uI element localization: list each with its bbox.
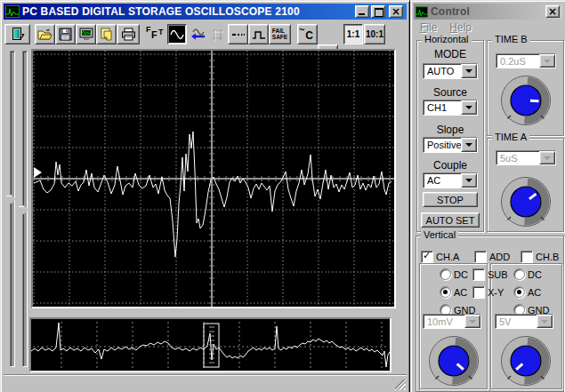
- time-b-group: TIME B 0.2uS: [487, 40, 564, 136]
- zoom-waveform: [31, 319, 390, 371]
- stop-button[interactable]: STOP: [423, 192, 478, 207]
- ch-a-checkbox[interactable]: ✓: [421, 251, 433, 263]
- ch-a-range-select[interactable]: 10mV: [423, 314, 481, 329]
- close-button[interactable]: ×: [389, 5, 403, 18]
- dotted-line-icon: [231, 29, 246, 40]
- auto-set-button[interactable]: AUTO SET: [421, 212, 480, 228]
- capture-screen-icon: [79, 28, 93, 41]
- menu-file[interactable]: File: [420, 21, 437, 34]
- source-label: Source: [417, 86, 483, 99]
- ratio-1-1-button[interactable]: 1:1: [343, 24, 363, 44]
- control-window-title: Control: [431, 5, 470, 18]
- vertical-group-label: Vertical: [421, 229, 458, 240]
- sine-display-icon: [170, 28, 184, 41]
- xy-checkbox[interactable]: ✓: [472, 286, 485, 299]
- control-app-icon: [416, 6, 428, 18]
- time-b-knob[interactable]: [500, 75, 552, 126]
- dropdown-arrow-icon[interactable]: [461, 64, 477, 78]
- ch-b-label: CH.B: [536, 252, 559, 262]
- status-bar: [4, 374, 407, 391]
- vertical-position-slider-track-1[interactable]: [10, 51, 15, 367]
- add-label: ADD: [489, 252, 510, 262]
- couple-select[interactable]: AC: [423, 172, 478, 188]
- print-icon: [121, 28, 136, 41]
- fail-safe-button[interactable]: FAIL SAFE: [269, 24, 291, 44]
- couple-label: Couple: [417, 159, 483, 172]
- capture-button[interactable]: [76, 24, 96, 44]
- ch-a-dc-label: DC: [454, 269, 468, 280]
- ch-b-dc-radio[interactable]: [513, 268, 525, 280]
- fft-icon: F F T: [145, 27, 165, 43]
- mode-select[interactable]: AUTO: [423, 63, 478, 79]
- menu-bar: File Help: [415, 20, 562, 35]
- fft-button[interactable]: F F T: [143, 24, 166, 44]
- vertical-group: Vertical ✓ CH.A ✓ ADD ✓ CH.B DC AC GND ✓…: [416, 236, 564, 392]
- horizontal-group: Horizontal MODE AUTO Source CH1 Slope Po…: [416, 40, 484, 232]
- dotted-line-button[interactable]: [228, 24, 248, 44]
- control-window: Control × File Help Horizontal MODE AUTO…: [410, 0, 565, 392]
- arrow-sine-icon: [190, 28, 206, 41]
- persistence-button[interactable]: [188, 24, 207, 44]
- ch-b-dc-label: DC: [528, 269, 542, 280]
- ch-a-dc-radio[interactable]: [440, 268, 451, 280]
- dropdown-arrow-icon[interactable]: [461, 173, 477, 188]
- resize-grip[interactable]: [395, 380, 406, 390]
- ch-a-gain-knob[interactable]: [428, 335, 480, 387]
- scope-display: [31, 49, 396, 308]
- save-floppy-icon: [59, 28, 72, 41]
- slope-select[interactable]: Positive: [423, 137, 478, 153]
- dropdown-arrow-icon: [464, 315, 480, 328]
- ch-b-ac-radio[interactable]: [513, 286, 525, 298]
- sub-label: SUB: [488, 269, 508, 280]
- minimize-button[interactable]: [355, 5, 369, 18]
- add-checkbox[interactable]: ✓: [474, 251, 487, 263]
- maximize-button[interactable]: [371, 5, 385, 18]
- main-titlebar[interactable]: PC BASED DIGITAL STORAGE OSCILLOSCOPE 21…: [4, 4, 407, 20]
- notes-button[interactable]: [96, 24, 117, 44]
- screen: PC BASED DIGITAL STORAGE OSCILLOSCOPE 21…: [0, 0, 565, 392]
- horizontal-group-label: Horizontal: [422, 34, 472, 44]
- exit-door-icon: [10, 27, 26, 42]
- control-close-button[interactable]: ×: [545, 5, 560, 18]
- time-a-knob[interactable]: [500, 176, 552, 228]
- time-a-label: TIME A: [492, 132, 529, 142]
- source-select[interactable]: CH1: [423, 100, 478, 116]
- time-b-label: TIME B: [492, 34, 530, 44]
- ch-a-label: CH.A: [436, 252, 459, 262]
- ch-b-range-select[interactable]: 5V: [495, 314, 553, 329]
- grid-icon: [211, 28, 224, 41]
- exit-button[interactable]: [4, 24, 30, 44]
- dropdown-arrow-icon: [537, 315, 553, 328]
- menu-help[interactable]: Help: [449, 21, 472, 34]
- time-b-select[interactable]: 0.2uS: [496, 53, 556, 68]
- time-a-group: TIME A 5uS: [487, 138, 564, 232]
- window-title: PC BASED DIGITAL STORAGE OSCILLOSCOPE 21…: [22, 5, 300, 18]
- ratio-10-1-button[interactable]: 10:1: [364, 24, 385, 44]
- step-wave-button[interactable]: [248, 24, 269, 44]
- open-folder-icon: [37, 28, 52, 41]
- oscilloscope-window: PC BASED DIGITAL STORAGE OSCILLOSCOPE 21…: [0, 0, 410, 392]
- maximize-icon: [375, 8, 383, 17]
- ch-a-ac-label: AC: [454, 287, 467, 298]
- zoom-strip-display: [29, 317, 391, 372]
- print-button[interactable]: [117, 24, 140, 44]
- ch-b-checkbox[interactable]: ✓: [521, 251, 533, 263]
- sub-checkbox[interactable]: ✓: [472, 268, 485, 281]
- ch-a-ac-radio[interactable]: [440, 286, 451, 298]
- waveform-display-button[interactable]: [167, 24, 187, 44]
- xy-label: X-Y: [488, 287, 504, 298]
- save-button[interactable]: [55, 24, 76, 44]
- grid-toggle-button[interactable]: [208, 24, 227, 44]
- close-icon: ×: [390, 5, 402, 18]
- ch-b-gain-knob[interactable]: [500, 335, 552, 387]
- step-wave-icon: [252, 28, 266, 41]
- celsius-button[interactable]: ~ C: [297, 24, 318, 44]
- dropdown-arrow-icon[interactable]: [461, 100, 477, 115]
- notes-icon: [100, 28, 113, 41]
- dropdown-arrow-icon[interactable]: [461, 138, 477, 152]
- ch-b-ac-label: AC: [528, 287, 541, 298]
- control-titlebar[interactable]: Control ×: [414, 4, 563, 20]
- time-a-select[interactable]: 5uS: [496, 150, 556, 165]
- scope-waveform: [33, 51, 394, 307]
- open-button[interactable]: [35, 24, 55, 44]
